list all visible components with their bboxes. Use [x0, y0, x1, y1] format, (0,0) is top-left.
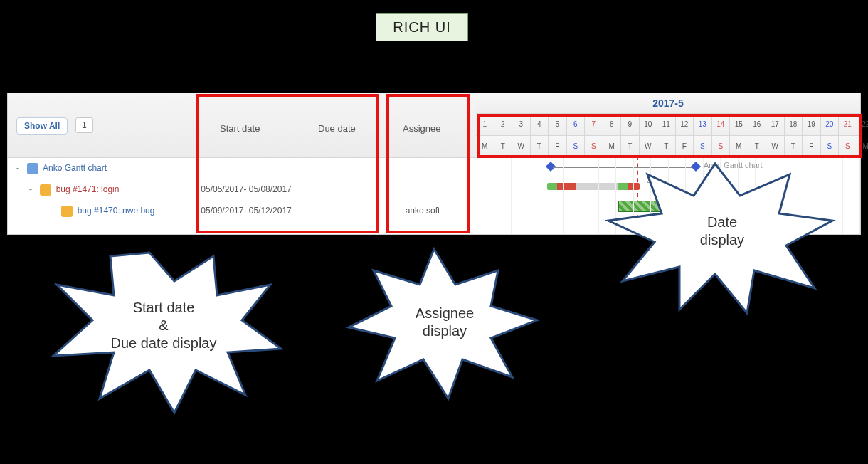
calendar-grid-column [546, 156, 564, 234]
calendar-weekday-cell: S [585, 136, 603, 157]
calendar-day-cell: 12 [676, 114, 694, 135]
calendar-weekday-cell: M [730, 136, 748, 157]
calendar-grid-column [842, 156, 861, 234]
callout-dates-label: Start date&Due date display [75, 299, 253, 352]
calendar-grid-column [511, 156, 529, 234]
column-assignee: Assignee [403, 123, 440, 134]
calendar-weekday-cell: T [494, 136, 513, 157]
bug-icon [61, 206, 73, 217]
calendar-weekday-cell: S [821, 136, 840, 157]
task-dates: 05/05/2017- 05/08/2017 [201, 179, 386, 200]
bug-icon [40, 184, 51, 196]
calendar-weekday-cell: S [567, 136, 586, 157]
calendar-weekday-cell: M [857, 136, 869, 157]
calendar-weekday-cell: T [657, 136, 676, 157]
calendar-day-cell: 5 [549, 114, 567, 135]
calendar-weekday-cell: F [676, 136, 694, 157]
calendar-weekday-cell: W [640, 136, 658, 157]
project-icon [27, 163, 38, 174]
calendar-weekday-cell: T [785, 136, 803, 157]
calendar-grid-column [790, 156, 808, 234]
callout-assignee-label: Assigneedisplay [384, 305, 505, 340]
calendar-day-cell: 11 [657, 114, 676, 135]
calendar: 2017-5 123456789101112131415161718192021… [476, 93, 860, 158]
calendar-grid-column [650, 156, 669, 234]
calendar-day-cell: 4 [531, 114, 549, 135]
calendar-grid-column [633, 156, 652, 234]
page-indicator[interactable]: 1 [75, 117, 93, 133]
calendar-weekday-cell: M [476, 136, 494, 157]
calendar-grid-column [529, 156, 547, 234]
task-link[interactable]: Anko Gantt chart [43, 163, 107, 173]
calendar-day-cell: 9 [621, 114, 640, 135]
calendar-weekday-cell: T [531, 136, 549, 157]
calendar-weekday-cell: F [549, 136, 567, 157]
tree-toggle-icon[interactable]: - [16, 157, 23, 179]
calendar-weekday-cell: W [766, 136, 785, 157]
task-dates: 05/09/2017- 05/12/2017 [201, 200, 386, 221]
tree-toggle-icon[interactable]: - [29, 179, 36, 200]
calendar-weekday-cell: S [839, 136, 857, 157]
rich-ui-badge: RICH UI [376, 13, 468, 41]
calendar-day-cell: 2 [494, 114, 513, 135]
calendar-day-cell: 21 [839, 114, 857, 135]
calendar-day-cell: 22 [857, 114, 869, 135]
calendar-weekday-cell: F [803, 136, 821, 157]
calendar-grid-column [808, 156, 826, 234]
calendar-body: Anko Gantt chart 40% [476, 156, 860, 234]
task-link[interactable]: bug #1471: login [56, 184, 120, 194]
calendar-grid-column [825, 156, 843, 234]
calendar-grid-column [563, 156, 582, 234]
column-due-date: Due date [318, 123, 356, 134]
calendar-weekday-cell: W [512, 136, 531, 157]
calendar-day-cell: 16 [748, 114, 767, 135]
show-all-button[interactable]: Show All [16, 117, 68, 135]
calendar-day-cell: 10 [640, 114, 658, 135]
calendar-day-cell: 3 [512, 114, 531, 135]
calendar-weekday-cell: T [621, 136, 640, 157]
calendar-day-cell: 6 [567, 114, 586, 135]
calendar-weekday-cell: T [748, 136, 767, 157]
callout-date-display-label: Datedisplay [669, 213, 776, 249]
calendar-day-cell: 8 [603, 114, 622, 135]
calendar-day-cell: 14 [712, 114, 731, 135]
calendar-day-cell: 17 [766, 114, 785, 135]
calendar-day-cell: 18 [785, 114, 803, 135]
calendar-day-cell: 13 [694, 114, 712, 135]
calendar-grid-column [615, 156, 634, 234]
calendar-weekdays: MTWTFSSMTWTFSSMTWTFSSM [476, 136, 860, 158]
calendar-day-cell: 1 [476, 114, 494, 135]
calendar-grid-column [476, 156, 494, 234]
calendar-month: 2017-5 [476, 93, 860, 114]
calendar-day-cell: 15 [730, 114, 748, 135]
task-link[interactable]: bug #1470: nwe bug [78, 206, 155, 216]
calendar-day-cell: 7 [585, 114, 603, 135]
calendar-grid-column [598, 156, 617, 234]
column-start-date: Start date [220, 123, 260, 134]
calendar-weekday-cell: S [694, 136, 712, 157]
calendar-grid-column [494, 156, 512, 234]
calendar-day-cell: 20 [821, 114, 840, 135]
calendar-grid-column [581, 156, 599, 234]
calendar-day-cell: 19 [803, 114, 821, 135]
calendar-weekday-cell: M [603, 136, 622, 157]
calendar-weekday-cell: S [712, 136, 731, 157]
calendar-day-numbers: 12345678910111213141516171819202122 [476, 114, 860, 136]
